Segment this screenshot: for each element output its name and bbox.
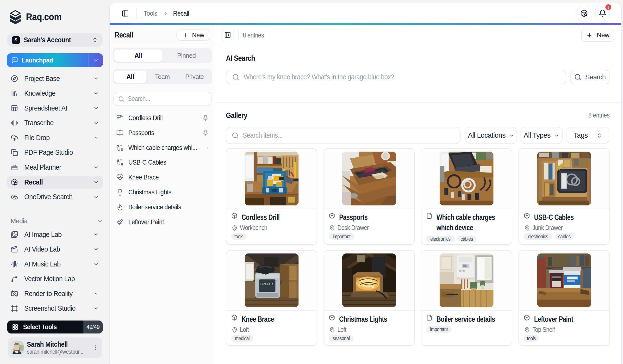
svg-text:SPORTS: SPORTS	[260, 282, 274, 286]
